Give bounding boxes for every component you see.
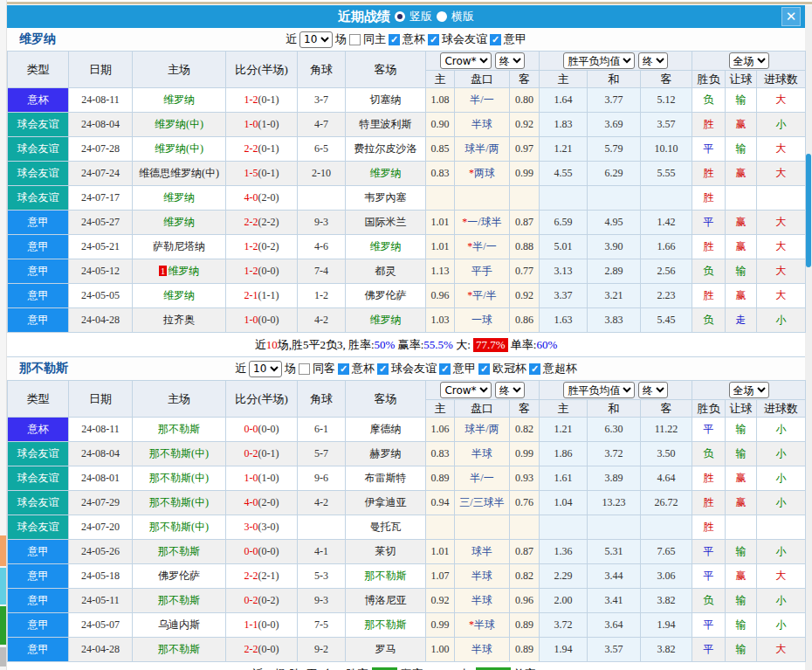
home-team: 佛罗伦萨	[133, 564, 226, 589]
away-team-name: 佛罗伦萨	[365, 289, 407, 301]
same-venue-label[interactable]: 同客	[313, 361, 335, 376]
away-team-name: 维罗纳	[370, 314, 402, 326]
avg-stage-select[interactable]: 终	[638, 382, 668, 398]
avg-stage-select[interactable]: 终	[638, 52, 668, 69]
away-team-name: 博洛尼亚	[365, 594, 407, 606]
league-filter-label[interactable]: 意杯	[352, 361, 375, 376]
half-time-score: (1-1)	[258, 289, 279, 301]
match-date: 24-07-24	[69, 162, 133, 186]
match-row: 球会友谊24-07-24维德思维罗纳(中)1-5(0-1)2-10维罗纳0.83…	[8, 162, 806, 186]
league-filter-label[interactable]: 球会友谊	[442, 31, 487, 47]
same-venue-checkbox[interactable]	[349, 34, 361, 45]
corner-count: 6-1	[298, 418, 346, 442]
result-goals: 小	[757, 540, 806, 564]
league-filter-checkbox[interactable]	[478, 363, 490, 375]
league-filter-checkbox[interactable]	[428, 34, 439, 45]
handicap-line: 平手	[455, 259, 510, 284]
avg-home-odds: 1.21	[540, 418, 588, 442]
away-team: 费拉尔皮沙洛	[346, 137, 426, 162]
avg-odds-select[interactable]: 胜平负均值	[563, 382, 635, 398]
avg-home-odds: 1.63	[540, 308, 588, 333]
match-date: 24-08-04	[69, 113, 133, 137]
home-team-name: 那不勒斯	[158, 423, 200, 435]
match-type-badge: 意甲	[8, 540, 69, 564]
league-filter-checkbox[interactable]	[389, 34, 400, 45]
avg-draw-odds: 6.29	[588, 162, 641, 186]
home-team: 那不勒斯(中)	[133, 466, 226, 491]
odds-stage-select[interactable]: 终	[495, 382, 525, 398]
corner-count: 9-6	[298, 466, 346, 491]
avg-home-odds	[540, 515, 588, 540]
match-type-badge: 意甲	[8, 564, 69, 589]
league-filter-checkbox[interactable]	[490, 34, 501, 45]
result-wdl: 负	[692, 88, 726, 113]
avg-away-odds: 5.55	[641, 162, 692, 186]
games-label: 场	[285, 361, 296, 376]
league-filter-label[interactable]: 意甲	[453, 361, 476, 376]
games-label: 场	[335, 31, 347, 47]
summary-highlight: 20%	[372, 667, 398, 670]
corner-count: 5-3	[298, 564, 346, 589]
avg-odds-select[interactable]: 胜平负均值	[563, 52, 635, 69]
match-count-select[interactable]: 10	[249, 361, 282, 377]
home-odds: 1.06	[426, 418, 455, 442]
corner-count: 4-2	[298, 491, 346, 515]
handicap-text: 半球	[474, 618, 495, 631]
summary-highlight: 77.7%	[473, 338, 508, 352]
result-handicap: 输	[726, 259, 757, 284]
away-odds: 0.82	[510, 418, 540, 442]
league-filter-checkbox[interactable]	[338, 363, 349, 375]
odds-stage-select[interactable]: 终	[495, 52, 525, 69]
league-filter-label[interactable]: 球会友谊	[391, 361, 437, 376]
half-time-score: (0-0)	[258, 618, 279, 631]
league-filter-checkbox[interactable]	[529, 363, 540, 375]
scope-select[interactable]: 全场	[729, 382, 769, 398]
away-odds: 0.87	[510, 211, 540, 235]
close-button[interactable]: ✕	[781, 7, 801, 26]
half-time-score: (0-0)	[258, 423, 279, 435]
result-wdl: 平	[692, 540, 726, 564]
result-wdl: 负	[692, 259, 726, 284]
vertical-layout-label[interactable]: 竖版	[409, 9, 432, 24]
avg-away-odds: 7.65	[641, 540, 692, 564]
handicap-text: 半球	[471, 643, 492, 655]
league-filter-label[interactable]: 意杯	[403, 31, 425, 47]
result-wdl: 负	[692, 308, 726, 333]
horizontal-layout-label[interactable]: 横版	[451, 9, 474, 24]
match-count-select[interactable]: 10	[299, 31, 333, 48]
odds-company-select[interactable]: Crow*	[440, 52, 492, 69]
home-team: 维罗纳	[133, 186, 226, 211]
half-time-score: (1-0)	[258, 118, 279, 130]
home-team: 维罗纳(中)	[133, 113, 226, 137]
league-filter-checkbox[interactable]	[439, 363, 451, 375]
match-type-badge: 意甲	[8, 211, 69, 235]
handicap-line: 半球	[455, 113, 510, 137]
result-goals: 小	[757, 589, 806, 613]
result-wdl: 胜	[692, 186, 726, 211]
league-filter-label[interactable]: 意超杯	[543, 361, 577, 376]
background-peek-block-gray	[0, 647, 6, 667]
match-type-badge: 球会友谊	[8, 515, 69, 540]
away-team: 罗马	[346, 638, 426, 662]
handicap-text: 半球	[471, 570, 492, 582]
avg-away-odds: 3.82	[641, 589, 692, 613]
home-team-name: 那不勒斯(中)	[149, 447, 209, 459]
avg-away-odds: 4.64	[641, 466, 692, 491]
league-filter-checkbox[interactable]	[377, 363, 389, 375]
result-handicap: 赢	[726, 491, 757, 515]
corner-count: 9-3	[298, 211, 346, 235]
scrollbar-thumb[interactable]	[806, 154, 811, 267]
scope-select[interactable]: 全场	[729, 52, 769, 69]
away-team: 博洛尼亚	[346, 589, 426, 613]
horizontal-layout-radio[interactable]	[437, 11, 447, 22]
same-venue-label[interactable]: 同主	[363, 31, 386, 47]
odds-company-select[interactable]: Crow*	[440, 382, 492, 398]
away-odds: 0.97	[510, 137, 540, 162]
vertical-layout-radio[interactable]	[395, 11, 405, 22]
match-row: 球会友谊24-08-04那不勒斯(中)0-2(0-1)5-7赫罗纳0.83半球0…	[8, 442, 806, 466]
same-venue-checkbox[interactable]	[299, 363, 310, 375]
match-row: 球会友谊24-07-28维罗纳(中)2-2(0-1)6-5费拉尔皮沙洛0.85球…	[8, 137, 806, 162]
league-filter-label[interactable]: 意甲	[504, 31, 526, 47]
league-filter-label[interactable]: 欧冠杯	[492, 361, 526, 376]
result-goals	[757, 186, 806, 211]
